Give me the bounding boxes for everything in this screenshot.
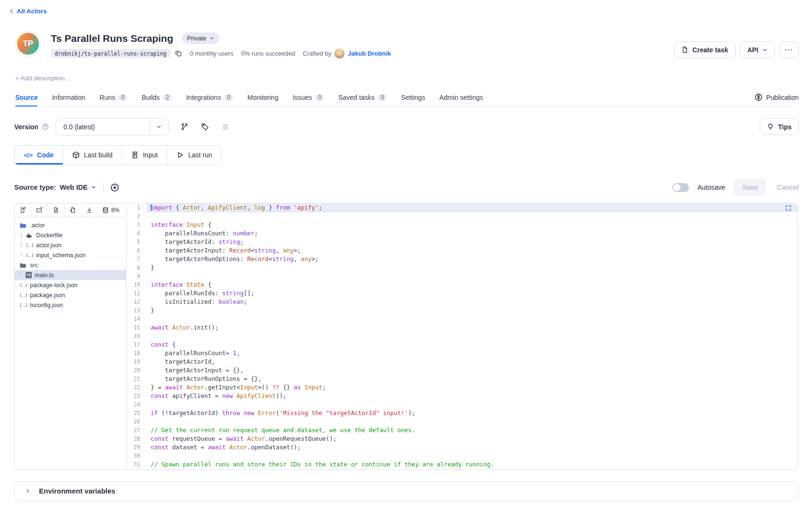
code-line-content: const requestQueue = await Actor.openReq…: [146, 435, 798, 443]
code-line[interactable]: 12 isInitialized: boolean;: [126, 298, 798, 306]
code-line[interactable]: 10interface State {: [126, 281, 798, 289]
tab-information[interactable]: Information: [52, 88, 85, 106]
copy-icon[interactable]: [175, 50, 182, 57]
json-icon: {..}: [19, 302, 27, 309]
new-folder-button[interactable]: [31, 203, 48, 217]
subtab-code[interactable]: </>Code: [15, 145, 63, 165]
code-line[interactable]: 29const dataset = await Actor.openDatase…: [126, 443, 798, 452]
code-line[interactable]: 23const apifyClient = new ApifyClient();: [126, 392, 798, 400]
file-tree-item-input-schema-json[interactable]: └{..}input_schema.json: [15, 250, 126, 260]
environment-variables-section[interactable]: Environment variables: [14, 481, 798, 501]
tab-integrations[interactable]: Integrations0: [186, 88, 233, 106]
code-line[interactable]: 31// Spawn parallel runs and store their…: [126, 460, 798, 469]
tab-builds[interactable]: Builds2: [142, 88, 172, 106]
help-icon[interactable]: [42, 123, 49, 130]
code-line[interactable]: 2: [126, 212, 798, 221]
code-line[interactable]: 6 targetActorInput: Record<string, any>;: [126, 246, 798, 255]
author-link[interactable]: Jakub Drobník: [348, 50, 391, 57]
file-tree-item-main-ts[interactable]: └TSmain.ts: [15, 270, 126, 280]
tips-button[interactable]: Tips: [760, 118, 799, 135]
code-line[interactable]: 25if (!targetActorId) throw new Error('M…: [126, 409, 798, 417]
visibility-dropdown[interactable]: Private: [182, 32, 220, 44]
file-tree-item--actor[interactable]: .actor: [15, 220, 126, 230]
code-line-content: targetActorId: string;: [146, 238, 798, 246]
code-line[interactable]: 9: [126, 272, 798, 281]
file-name: input_schema.json: [36, 252, 86, 259]
code-line[interactable]: 30: [126, 452, 798, 460]
autosave-toggle[interactable]: [672, 183, 689, 192]
code-line[interactable]: 1import { Actor, ApifyClient, log } from…: [126, 203, 798, 212]
code-line[interactable]: 26: [126, 417, 798, 426]
create-task-button[interactable]: Create task: [674, 41, 736, 58]
code-line[interactable]: 28const requestQueue = await Actor.openR…: [126, 435, 798, 443]
code-line[interactable]: 22} = await Actor.getInput<Input>() ?? {…: [126, 383, 798, 392]
lightbulb-icon: [767, 123, 774, 130]
file-tree-item-dockerfile[interactable]: ├Dockerfile: [15, 230, 126, 240]
file-tree-item-actor-json[interactable]: ├{..}actor.json: [15, 240, 126, 250]
publication-link[interactable]: Publication: [755, 93, 799, 101]
new-file-button[interactable]: [15, 203, 31, 217]
code-line-content: interface Input {: [146, 221, 798, 229]
subtab-input[interactable]: Input: [122, 145, 167, 165]
save-button[interactable]: Save: [734, 179, 766, 196]
tab-monitoring[interactable]: Monitoring: [248, 88, 278, 106]
add-description-link[interactable]: + Add description...: [15, 75, 70, 82]
git-branch-icon[interactable]: [181, 123, 189, 131]
code-line[interactable]: 7 targetActorRunOptions: Record<string, …: [126, 255, 798, 263]
cancel-button[interactable]: Cancel: [777, 184, 799, 191]
vertical-divider: [103, 183, 104, 192]
code-line[interactable]: 3interface Input {: [126, 221, 798, 229]
tab-saved-tasks[interactable]: Saved tasks0: [338, 88, 387, 106]
tree-connector: └: [19, 252, 26, 258]
subtab-last-build[interactable]: Last build: [63, 145, 122, 165]
file-tree-item-tsconfig-json[interactable]: {..}tsconfig.json: [15, 300, 126, 310]
more-button[interactable]: ···: [780, 41, 799, 58]
code-line[interactable]: 4 parallelRunsCount: number;: [126, 229, 798, 238]
version-select[interactable]: 0.0 (latest): [56, 118, 169, 136]
download-files-button[interactable]: [81, 203, 98, 217]
code-line[interactable]: 17const {: [126, 340, 798, 349]
file-tree-item-package-json[interactable]: {..}package.json: [15, 290, 126, 300]
tab-admin-settings[interactable]: Admin settings: [439, 88, 483, 106]
tab-runs[interactable]: Runs0: [100, 88, 127, 106]
tree-connector: ├: [19, 242, 26, 248]
code-line[interactable]: 15await Actor.init();: [126, 323, 798, 332]
fullscreen-icon[interactable]: [785, 205, 792, 211]
code-line[interactable]: 16: [126, 332, 798, 340]
subtab-label: Last run: [188, 151, 212, 159]
code-line[interactable]: 13}: [126, 306, 798, 315]
import-file-button[interactable]: [65, 203, 81, 217]
tab-label: Information: [52, 94, 85, 101]
file-tree-item-src[interactable]: src: [15, 260, 126, 270]
tab-settings[interactable]: Settings: [401, 88, 425, 106]
code-editor[interactable]: 1import { Actor, ApifyClient, log } from…: [126, 203, 798, 469]
source-type-select[interactable]: Web IDE: [60, 184, 97, 191]
trash-icon[interactable]: [221, 123, 229, 131]
code-line-content: interface State {: [146, 281, 798, 289]
subtab-last-run[interactable]: Last run: [167, 145, 221, 165]
file-tree-item-package-lock-json[interactable]: {..}package-lock.json: [15, 280, 126, 290]
line-number: 11: [126, 289, 146, 298]
ellipsis-icon: ···: [785, 46, 793, 54]
code-line[interactable]: 24: [126, 400, 798, 409]
actor-header-main: Ts Parallel Runs Scraping Private drobni…: [51, 31, 391, 58]
upload-file-button[interactable]: [48, 203, 65, 217]
line-number: 6: [126, 246, 146, 255]
code-line[interactable]: 14: [126, 315, 798, 323]
api-label: API: [747, 46, 758, 54]
folder-icon: [19, 262, 27, 269]
tab-issues[interactable]: Issues0: [293, 88, 324, 106]
code-line[interactable]: 19 targetActorId,: [126, 358, 798, 366]
code-line[interactable]: 21 targetActorRunOptions = {},: [126, 375, 798, 383]
breadcrumb-all-actors[interactable]: All Actors: [9, 8, 47, 15]
code-line[interactable]: 20 targetActorInput = {},: [126, 366, 798, 375]
code-line[interactable]: 8}: [126, 263, 798, 272]
tab-source[interactable]: Source: [15, 88, 38, 106]
api-button[interactable]: API: [740, 41, 775, 58]
code-line[interactable]: 27// Get the current run request queue a…: [126, 426, 798, 435]
download-source-icon[interactable]: [110, 183, 119, 192]
code-line[interactable]: 5 targetActorId: string;: [126, 238, 798, 246]
code-line[interactable]: 18 parallelRunsCount= 1,: [126, 349, 798, 358]
code-line[interactable]: 11 parallelRunIds: string[];: [126, 289, 798, 298]
tag-icon[interactable]: [201, 123, 209, 131]
